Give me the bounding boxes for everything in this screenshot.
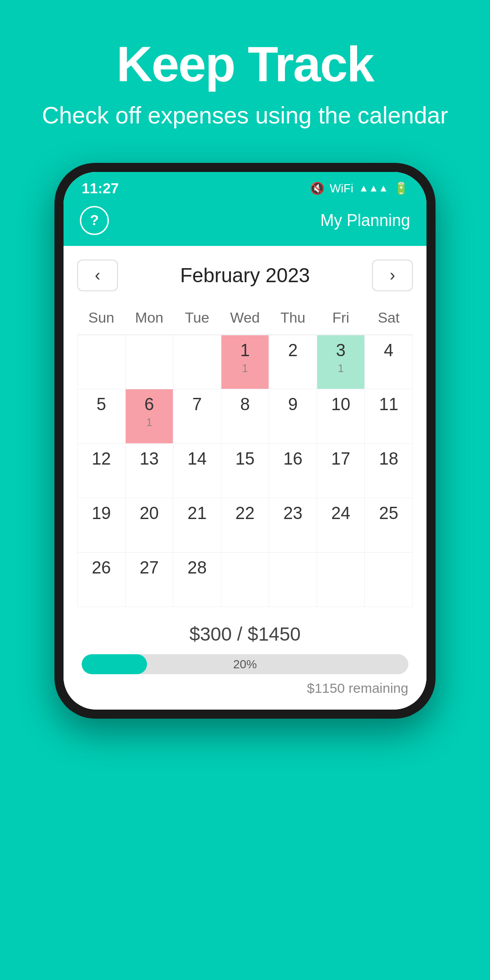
day-number: 26 — [78, 558, 125, 578]
day-number: 24 — [317, 504, 365, 523]
calendar-day-0-3[interactable]: 11 — [221, 335, 269, 389]
prev-month-button[interactable]: ‹ — [77, 260, 118, 291]
status-icons: 🔇 WiFi ▲▲▲ 🔋 — [310, 181, 408, 196]
day-number: 25 — [365, 504, 412, 523]
wifi-icon: WiFi — [330, 181, 353, 196]
calendar-week-3: 19202122232425 — [78, 498, 413, 553]
calendar-day-1-4[interactable]: 9 — [269, 389, 317, 444]
day-number: 5 — [78, 395, 125, 414]
calendar-day-0-0 — [78, 335, 126, 389]
header-sun: Sun — [78, 305, 126, 335]
calendar-day-2-6[interactable]: 18 — [365, 444, 413, 498]
day-number: 12 — [78, 449, 125, 469]
calendar-day-1-1[interactable]: 61 — [125, 389, 173, 444]
progress-label: 20% — [82, 657, 408, 671]
day-number: 19 — [78, 504, 125, 523]
calendar-day-3-5[interactable]: 24 — [317, 498, 365, 553]
calendar-day-0-4[interactable]: 2 — [269, 335, 317, 389]
day-number: 28 — [173, 558, 221, 578]
day-number: 4 — [365, 341, 412, 360]
day-number: 13 — [126, 449, 173, 469]
header-fri: Fri — [317, 305, 365, 335]
calendar-day-3-0[interactable]: 19 — [78, 498, 126, 553]
calendar-day-3-3[interactable]: 22 — [221, 498, 269, 553]
calendar-day-3-2[interactable]: 21 — [173, 498, 221, 553]
day-number: 2 — [269, 341, 317, 360]
calendar-day-4-5 — [317, 553, 365, 607]
progress-section: $300 / $1450 20% $1150 remaining — [64, 607, 426, 710]
day-number: 22 — [221, 504, 269, 523]
day-number: 7 — [173, 395, 221, 414]
calendar-day-4-6 — [365, 553, 413, 607]
day-badge: 1 — [221, 362, 269, 375]
day-badge: 1 — [317, 362, 365, 375]
day-number: 1 — [221, 341, 269, 360]
calendar-day-1-2[interactable]: 7 — [173, 389, 221, 444]
calendar-day-2-2[interactable]: 14 — [173, 444, 221, 498]
day-badge: 1 — [126, 416, 173, 429]
day-number: 8 — [221, 395, 269, 414]
main-title: Keep Track — [27, 36, 463, 91]
calendar-day-3-6[interactable]: 25 — [365, 498, 413, 553]
day-number: 16 — [269, 449, 317, 469]
header-section: Keep Track Check off expenses using the … — [0, 0, 490, 149]
signal-icon: ▲▲▲ — [359, 182, 388, 194]
status-bar: 11:27 🔇 WiFi ▲▲▲ 🔋 — [64, 172, 426, 201]
calendar-day-3-4[interactable]: 23 — [269, 498, 317, 553]
calendar-grid: Sun Mon Tue Wed Thu Fri Sat 112314561789… — [77, 305, 413, 608]
calendar-day-2-5[interactable]: 17 — [317, 444, 365, 498]
prev-icon: ‹ — [95, 266, 100, 285]
status-time: 11:27 — [82, 180, 119, 197]
calendar-day-4-2[interactable]: 28 — [173, 553, 221, 607]
calendar-day-1-6[interactable]: 11 — [365, 389, 413, 444]
remaining-text: $1150 remaining — [82, 681, 408, 696]
calendar-header-row: Sun Mon Tue Wed Thu Fri Sat — [78, 305, 413, 335]
calendar-day-4-3 — [221, 553, 269, 607]
day-number: 3 — [317, 341, 365, 360]
day-number: 23 — [269, 504, 317, 523]
calendar-day-4-4 — [269, 553, 317, 607]
phone-frame: 11:27 🔇 WiFi ▲▲▲ 🔋 ? My Planning — [54, 163, 436, 719]
calendar-day-2-4[interactable]: 16 — [269, 444, 317, 498]
calendar-day-0-1 — [125, 335, 173, 389]
help-icon: ? — [90, 212, 99, 229]
day-number: 6 — [126, 395, 173, 414]
calendar-day-1-0[interactable]: 5 — [78, 389, 126, 444]
calendar-day-2-1[interactable]: 13 — [125, 444, 173, 498]
calendar-day-1-3[interactable]: 8 — [221, 389, 269, 444]
calendar-week-0: 112314 — [78, 335, 413, 389]
header-tue: Tue — [173, 305, 221, 335]
calendar-day-0-5[interactable]: 31 — [317, 335, 365, 389]
calendar-day-2-3[interactable]: 15 — [221, 444, 269, 498]
phone-screen: 11:27 🔇 WiFi ▲▲▲ 🔋 ? My Planning — [64, 172, 426, 710]
help-button[interactable]: ? — [80, 206, 109, 235]
mute-icon: 🔇 — [310, 181, 324, 196]
day-number: 27 — [126, 558, 173, 578]
calendar-day-0-6[interactable]: 4 — [365, 335, 413, 389]
header-mon: Mon — [125, 305, 173, 335]
calendar-day-4-1[interactable]: 27 — [125, 553, 173, 607]
day-number: 11 — [365, 395, 412, 414]
calendar-day-4-0[interactable]: 26 — [78, 553, 126, 607]
calendar-week-1: 5617891011 — [78, 389, 413, 444]
next-month-button[interactable]: › — [372, 260, 413, 291]
battery-icon: 🔋 — [394, 181, 408, 196]
next-icon: › — [390, 266, 395, 285]
subtitle: Check off expenses using the calendar — [27, 100, 463, 131]
day-number: 14 — [173, 449, 221, 469]
calendar-day-1-5[interactable]: 10 — [317, 389, 365, 444]
day-number: 15 — [221, 449, 269, 469]
budget-text: $300 / $1450 — [82, 623, 408, 645]
day-number: 9 — [269, 395, 317, 414]
calendar-week-2: 12131415161718 — [78, 444, 413, 498]
day-number: 18 — [365, 449, 412, 469]
phone-wrapper: 11:27 🔇 WiFi ▲▲▲ 🔋 ? My Planning — [54, 163, 436, 719]
header-sat: Sat — [365, 305, 413, 335]
day-number: 21 — [173, 504, 221, 523]
calendar-day-2-0[interactable]: 12 — [78, 444, 126, 498]
calendar-day-3-1[interactable]: 20 — [125, 498, 173, 553]
calendar-week-4: 262728 — [78, 553, 413, 607]
app-header: ? My Planning — [64, 201, 426, 246]
day-number: 20 — [126, 504, 173, 523]
calendar-day-0-2 — [173, 335, 221, 389]
